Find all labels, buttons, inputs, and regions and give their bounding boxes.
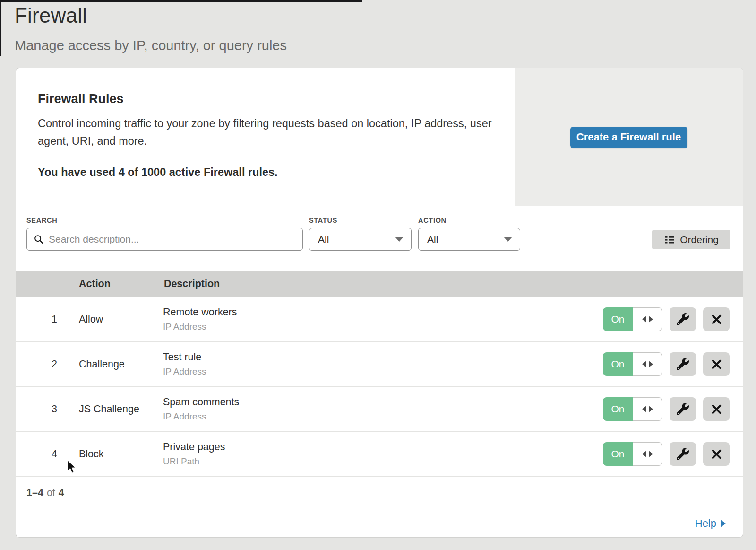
rule-enabled-toggle[interactable]: On: [603, 307, 662, 331]
rules-table-body: 1 Allow Remote workers IP Address On: [16, 297, 743, 477]
page-subtitle: Manage access by IP, country, or query r…: [15, 38, 287, 53]
ordering-button-label: Ordering: [680, 234, 719, 245]
x-icon: [711, 314, 722, 325]
rule-match-type: URI Path: [163, 456, 603, 467]
card-title: Firewall Rules: [38, 92, 124, 106]
toggle-on-segment[interactable]: On: [603, 352, 633, 376]
pagination-of: of: [47, 487, 55, 499]
toggle-on-segment[interactable]: On: [603, 307, 633, 331]
rule-description: Spam comments: [163, 396, 603, 408]
action-select[interactable]: All: [418, 228, 520, 251]
horizontal-arrows-icon: [649, 316, 653, 323]
rule-match-type: IP Address: [163, 322, 603, 332]
rule-match-type: IP Address: [163, 367, 603, 377]
toggle-handle[interactable]: [633, 442, 662, 466]
chevron-down-icon: [395, 237, 404, 242]
horizontal-arrows-icon: [649, 406, 653, 412]
rule-priority: 4: [16, 448, 57, 460]
firewall-page: Firewall Manage access by IP, country, o…: [0, 0, 756, 550]
rule-priority: 2: [16, 358, 57, 370]
delete-rule-button[interactable]: [703, 397, 730, 421]
wrench-icon: [677, 403, 689, 415]
rule-description: Private pages: [163, 441, 603, 453]
rule-description: Remote workers: [163, 306, 603, 318]
horizontal-arrows-icon: [642, 451, 646, 457]
toggle-on-segment[interactable]: On: [603, 397, 633, 421]
rule-match-type: IP Address: [163, 411, 603, 422]
status-label: STATUS: [309, 217, 337, 224]
rule-action: Challenge: [79, 358, 141, 370]
wrench-icon: [677, 358, 689, 370]
search-label: SEARCH: [26, 217, 57, 224]
rule-enabled-toggle[interactable]: On: [603, 352, 662, 376]
card-footer: Help: [16, 509, 743, 538]
edit-rule-button[interactable]: [670, 352, 696, 376]
pagination-status: 1–4 of 4: [26, 477, 64, 509]
table-row: 1 Allow Remote workers IP Address On: [16, 297, 743, 342]
screenshot-edge-artifact-left: [0, 0, 1, 56]
help-link[interactable]: Help: [695, 517, 726, 530]
rule-priority: 1: [16, 314, 57, 325]
toggle-handle[interactable]: [633, 397, 662, 421]
horizontal-arrows-icon: [642, 406, 646, 412]
toggle-on-segment[interactable]: On: [603, 442, 633, 466]
horizontal-arrows-icon: [642, 361, 646, 367]
edit-rule-button[interactable]: [670, 307, 696, 331]
edit-rule-button[interactable]: [670, 442, 696, 466]
create-firewall-rule-button[interactable]: Create a Firewall rule: [570, 127, 687, 148]
chevron-down-icon: [504, 237, 512, 242]
page-title: Firewall: [15, 4, 87, 27]
ordering-button[interactable]: Ordering: [652, 230, 730, 249]
search-box[interactable]: [26, 228, 303, 251]
list-ordering-icon: [664, 234, 675, 245]
search-input[interactable]: [49, 234, 296, 245]
rule-description: Test rule: [163, 351, 603, 363]
firewall-rules-card: Create a Firewall rule Firewall Rules Co…: [16, 68, 743, 538]
table-header: Action Description: [16, 271, 743, 297]
horizontal-arrows-icon: [649, 361, 653, 367]
toggle-handle[interactable]: [633, 307, 662, 331]
x-icon: [711, 359, 722, 370]
card-description: Control incoming traffic to your zone by…: [38, 115, 494, 150]
rules-usage-text: You have used 4 of 1000 active Firewall …: [38, 166, 278, 179]
rule-enabled-toggle[interactable]: On: [603, 397, 662, 421]
status-select[interactable]: All: [309, 228, 412, 251]
pagination-range: 1–4: [26, 487, 43, 499]
action-select-value: All: [427, 234, 438, 245]
toggle-handle[interactable]: [633, 352, 662, 376]
rule-action: Allow: [79, 314, 141, 325]
table-row: 4 Block Private pages URI Path On: [16, 432, 743, 477]
edit-rule-button[interactable]: [670, 397, 696, 421]
pagination-total: 4: [59, 487, 64, 499]
search-icon: [34, 234, 44, 244]
delete-rule-button[interactable]: [703, 307, 730, 331]
table-row: 3 JS Challenge Spam comments IP Address …: [16, 387, 743, 432]
column-header-description: Description: [164, 278, 220, 290]
rule-action: Block: [79, 448, 141, 460]
status-select-value: All: [318, 234, 329, 245]
help-link-label: Help: [695, 517, 716, 530]
x-icon: [711, 449, 722, 460]
wrench-icon: [677, 448, 689, 460]
column-header-action: Action: [79, 278, 111, 290]
create-rule-panel: Create a Firewall rule: [515, 68, 743, 206]
horizontal-arrows-icon: [642, 316, 646, 323]
screenshot-edge-artifact-top: [0, 0, 362, 2]
rule-priority: 3: [16, 403, 57, 415]
action-label: ACTION: [418, 217, 447, 224]
delete-rule-button[interactable]: [703, 442, 730, 466]
rule-action: JS Challenge: [79, 403, 141, 415]
table-row: 2 Challenge Test rule IP Address On: [16, 342, 743, 387]
wrench-icon: [677, 313, 689, 325]
horizontal-arrows-icon: [649, 451, 653, 457]
delete-rule-button[interactable]: [703, 352, 730, 376]
rule-enabled-toggle[interactable]: On: [603, 442, 662, 466]
chevron-right-icon: [721, 520, 726, 527]
x-icon: [711, 404, 722, 415]
